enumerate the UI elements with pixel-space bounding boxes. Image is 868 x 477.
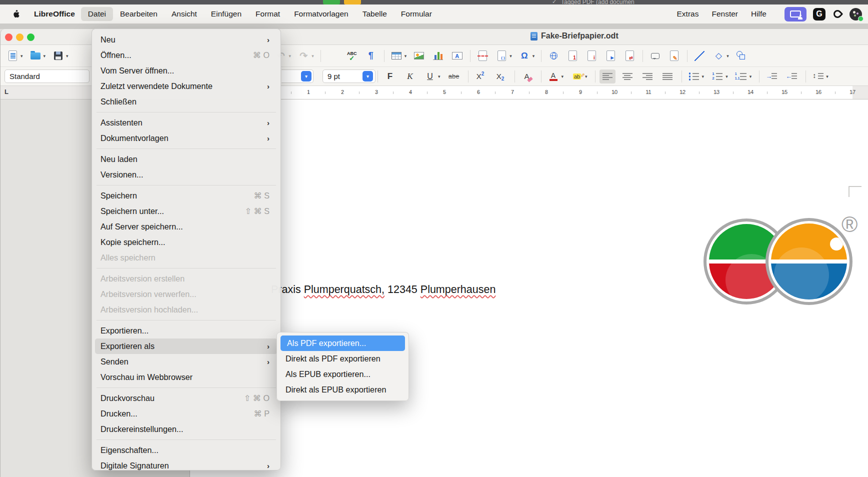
menu-item-zuletzt-verwendete-dokumente[interactable]: Zuletzt verwendete Dokumente › (92, 78, 280, 94)
menu-item-direkt-als-epub-exportieren[interactable]: Direkt als EPUB exportieren (277, 382, 408, 398)
insert-image-button[interactable] (411, 49, 427, 63)
menu-item-speichern-unter[interactable]: Speichern unter... ⇧ ⌘ S (92, 204, 280, 219)
menu-item-arbeitsversion-verwerfen[interactable]: Arbeitsversion verwerfen... (92, 286, 280, 302)
company-logo[interactable] (694, 204, 864, 309)
font-name-dropdown-button[interactable]: ▾ (301, 71, 312, 82)
comment-button[interactable] (647, 49, 663, 63)
line-spacing-dropdown-icon[interactable]: ▾ (826, 74, 828, 79)
menubar-item-formular[interactable]: Formular (394, 7, 439, 21)
menubar-item-tabelle[interactable]: Tabelle (356, 7, 394, 21)
minimize-window-button[interactable] (16, 34, 24, 41)
new-document-dropdown-icon[interactable]: ▾ (20, 54, 23, 58)
g-hub-icon[interactable]: G (813, 8, 826, 20)
bullet-list-dropdown-icon[interactable]: ▾ (702, 74, 704, 79)
menubar-item-extras[interactable]: Extras (670, 7, 705, 21)
justify-button[interactable] (660, 70, 676, 84)
menu-item-schließen[interactable]: Schließen (92, 94, 280, 110)
menu-item-vorschau-im-webbrowser[interactable]: Vorschau im Webbrowser (92, 370, 280, 385)
bold-button[interactable]: F (382, 70, 398, 84)
menu-item-direkt-als-pdf-exportieren[interactable]: Direkt als PDF exportieren (277, 351, 408, 366)
screen-share-icon[interactable] (784, 7, 806, 22)
increase-indent-button[interactable] (764, 70, 780, 84)
menu-item-speichern[interactable]: Speichern ⌘ S (92, 188, 280, 204)
hyperlink-button[interactable] (546, 49, 562, 63)
menu-item-exportieren[interactable]: Exportieren... (92, 323, 280, 338)
insert-table-dropdown-icon[interactable]: ▾ (404, 54, 407, 58)
draw-line-button[interactable] (692, 49, 708, 63)
cross-reference-button[interactable]: ⇄ (622, 49, 638, 63)
menu-item-alles-speichern[interactable]: Alles speichern (92, 250, 280, 266)
open-folder-dropdown-icon[interactable]: ▾ (44, 54, 46, 58)
align-left-button[interactable] (600, 70, 616, 84)
numbered-list-dropdown-icon[interactable]: ▾ (726, 74, 728, 79)
insert-table-button[interactable]: ▾ (388, 49, 408, 63)
font-size-dropdown-button[interactable]: ▾ (362, 71, 373, 82)
align-center-button[interactable] (620, 70, 636, 84)
decrease-indent-button[interactable] (784, 70, 800, 84)
insert-textbox-button[interactable]: A (449, 49, 465, 63)
spellcheck-button[interactable]: ABC✓ (344, 49, 360, 63)
letter-sender-line[interactable]: Praxis Plumperquatsch, 12345 Plumperhaus… (271, 284, 496, 296)
menubar-item-fenster[interactable]: Fenster (705, 7, 744, 21)
close-window-button[interactable] (5, 34, 12, 41)
insert-field-button[interactable]: ( )▾ (494, 49, 514, 63)
paragraph-style-combobox[interactable]: Standard (4, 70, 90, 83)
menubar-item-libreoffice[interactable]: LibreOffice (28, 7, 81, 21)
page-break-button[interactable] (474, 49, 490, 63)
redo-button[interactable]: ↷▾ (296, 49, 316, 63)
underline-dropdown-icon[interactable]: ▾ (438, 74, 440, 79)
menu-item-als-epub-exportieren[interactable]: Als EPUB exportieren... (277, 366, 408, 382)
menubar-item-datei[interactable]: Datei (81, 7, 113, 21)
formatting-marks-button[interactable]: ¶ (363, 49, 379, 63)
special-character-dropdown-icon[interactable]: ▾ (532, 54, 535, 58)
font-name-combobox[interactable]: ▾ (282, 70, 314, 83)
outline-list-button[interactable]: ▾ (734, 70, 754, 84)
app-status-icon[interactable] (850, 8, 862, 20)
cursor-app-icon[interactable] (832, 8, 843, 20)
endnote-button[interactable]: i (584, 49, 600, 63)
insert-chart-button[interactable] (430, 49, 446, 63)
menubar-item-ansicht[interactable]: Ansicht (164, 7, 204, 21)
apple-icon[interactable] (11, 9, 21, 19)
menu-item-dokumentvorlagen[interactable]: Dokumentvorlagen › (92, 130, 280, 146)
font-color-button[interactable]: ▾ (546, 70, 566, 84)
italic-button[interactable]: K (402, 70, 418, 84)
strikethrough-button[interactable]: abe (446, 70, 462, 84)
basic-shapes-button[interactable]: ◇▾ (710, 49, 730, 63)
underline-button[interactable]: U▾ (422, 70, 442, 84)
undo-dropdown-icon[interactable]: ▾ (289, 54, 292, 58)
bookmark-button[interactable]: ▶ (602, 49, 618, 63)
menubar-item-formatvorlagen[interactable]: Formatvorlagen (287, 7, 356, 21)
special-character-button[interactable]: Ω▾ (516, 49, 536, 63)
menu-item-digitale-signaturen[interactable]: Digitale Signaturen › (92, 458, 280, 474)
new-document-button[interactable]: ▾ (4, 49, 24, 63)
menubar-item-bearbeiten[interactable]: Bearbeiten (113, 7, 164, 21)
menu-item-kopie-speichern[interactable]: Kopie speichern... (92, 234, 280, 250)
menu-item-eigenschaften[interactable]: Eigenschaften... (92, 442, 280, 458)
insert-field-dropdown-icon[interactable]: ▾ (510, 54, 512, 58)
menu-item-druckvorschau[interactable]: Druckvorschau ⇧ ⌘ O (92, 390, 280, 406)
menu-item-druckereinstellungen[interactable]: Druckereinstellungen... (92, 422, 280, 437)
menu-item-als-pdf-exportieren[interactable]: Als PDF exportieren... (280, 336, 405, 351)
track-changes-button[interactable]: ✎ (666, 49, 682, 63)
line-spacing-button[interactable]: ▾ (810, 70, 830, 84)
menu-item-arbeitsversion-erstellen[interactable]: Arbeitsversion erstellen (92, 271, 280, 286)
menu-item-assistenten[interactable]: Assistenten › (92, 115, 280, 130)
redo-dropdown-icon[interactable]: ▾ (312, 54, 314, 58)
basic-shapes-dropdown-icon[interactable]: ▾ (726, 54, 729, 58)
font-size-combobox[interactable]: 9 pt▾ (322, 70, 376, 83)
font-color-dropdown-icon[interactable]: ▾ (562, 74, 564, 79)
align-right-button[interactable] (640, 70, 656, 84)
save-button[interactable]: ▾ (50, 49, 70, 63)
open-folder-button[interactable]: ▾ (28, 49, 48, 63)
menu-item-vom-server-öffnen[interactable]: Vom Server öffnen... (92, 63, 280, 78)
more-shapes-button[interactable] (734, 49, 750, 63)
menu-item-auf-server-speichern[interactable]: Auf Server speichern... (92, 219, 280, 234)
menu-item-versionen[interactable]: Versionen... (92, 167, 280, 182)
menu-item-öffnen[interactable]: Öffnen... ⌘ O (92, 48, 280, 63)
menu-item-exportieren-als[interactable]: Exportieren als › (95, 338, 278, 354)
menubar-item-format[interactable]: Format (248, 7, 287, 21)
highlight-color-button[interactable]: ab▾ (569, 70, 589, 84)
numbered-list-button[interactable]: ▾ (710, 70, 730, 84)
zoom-window-button[interactable] (27, 34, 34, 41)
